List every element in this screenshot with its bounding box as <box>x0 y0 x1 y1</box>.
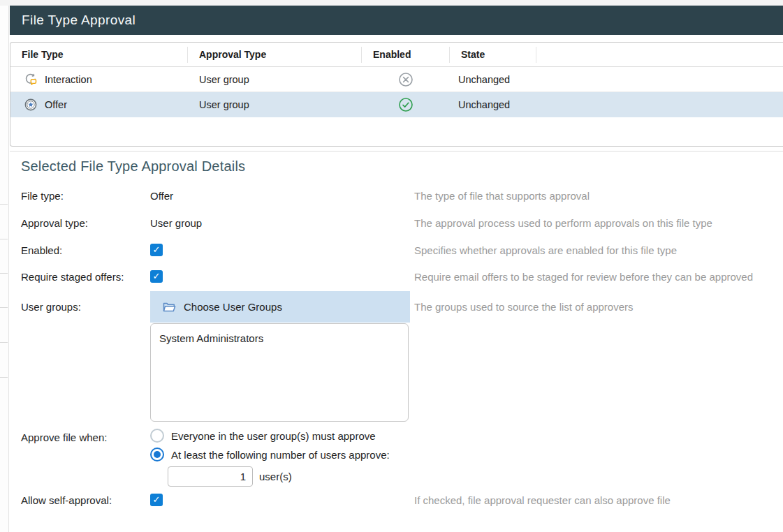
interaction-icon <box>24 73 37 86</box>
radio-option-everyone[interactable]: Everyone in the user group(s) must appro… <box>150 429 783 443</box>
radio-label-everyone: Everyone in the user group(s) must appro… <box>171 430 376 442</box>
enabled-checkbox[interactable]: ✓ <box>150 244 163 256</box>
form-row-require-staged-offers: Require staged offers: ✓ Require email o… <box>10 269 783 284</box>
page-title: File Type Approval <box>22 13 136 28</box>
details-form: File type: Offer The type of file that s… <box>10 189 783 508</box>
approver-count-line: user(s) <box>168 466 783 487</box>
left-edge-line <box>0 239 8 239</box>
form-row-allow-self-approval: Allow self-approval: ✓ If checked, file … <box>10 493 783 508</box>
file-type-approval-table: File Type Approval Type Enabled State In… <box>10 42 783 147</box>
left-edge-panel <box>0 6 9 532</box>
left-edge-line <box>0 377 8 378</box>
column-header-enabled: Enabled <box>362 47 450 63</box>
form-row-approve-file-when: Approve file when: Everyone in the user … <box>10 429 783 487</box>
table-row[interactable]: Interaction User group Unchanged <box>10 67 783 92</box>
left-edge-line <box>0 204 8 205</box>
file-type-name: Interaction <box>45 74 92 85</box>
file-type-cell: Offer <box>10 98 188 111</box>
approver-count-unit: user(s) <box>259 471 292 482</box>
file-type-name: Offer <box>45 99 67 110</box>
details-section-title: Selected File Type Approval Details <box>21 158 783 175</box>
main-panel: File Type Approval File Type Approval Ty… <box>10 6 783 508</box>
require-staged-offers-label: Require staged offers: <box>21 269 150 284</box>
enabled-cell <box>362 72 450 87</box>
file-type-value: Offer <box>150 189 414 203</box>
enabled-description: Specifies whether approvals are enabled … <box>414 243 783 258</box>
state-cell: Unchanged <box>450 74 536 85</box>
table-header-row: File Type Approval Type Enabled State <box>10 43 783 67</box>
folder-open-icon <box>163 302 176 313</box>
page-header: File Type Approval <box>10 6 783 35</box>
left-edge-line <box>0 342 8 343</box>
form-row-approval-type: Approval type: User group The approval p… <box>10 216 783 230</box>
radio-label-at-least: At least the following number of users a… <box>171 449 390 461</box>
allow-self-approval-label: Allow self-approval: <box>21 493 150 508</box>
approval-type-cell: User group <box>188 99 362 110</box>
user-groups-list[interactable]: System Administrators <box>150 323 409 422</box>
list-item[interactable]: System Administrators <box>159 332 408 344</box>
require-staged-offers-description: Require email offers to be staged for re… <box>414 269 783 284</box>
form-row-file-type: File type: Offer The type of file that s… <box>10 189 783 203</box>
approve-file-when-label: Approve file when: <box>21 429 150 445</box>
allow-self-approval-description: If checked, file approval requester can … <box>414 493 783 508</box>
radio-button-everyone[interactable] <box>150 429 164 443</box>
column-header-approval-type: Approval Type <box>188 47 362 63</box>
approval-type-cell: User group <box>188 74 362 85</box>
enabled-label: Enabled: <box>21 243 150 258</box>
table-empty-area <box>10 117 783 146</box>
approval-type-value: User group <box>150 216 414 230</box>
file-type-description: The type of file that supports approval <box>414 189 783 203</box>
offer-icon <box>24 98 37 111</box>
disabled-x-icon <box>398 72 414 87</box>
file-type-cell: Interaction <box>10 73 188 86</box>
section-divider <box>10 151 783 152</box>
choose-user-groups-label: Choose User Groups <box>184 301 282 313</box>
choose-user-groups-button[interactable]: Choose User Groups <box>150 291 410 323</box>
radio-button-at-least[interactable] <box>150 448 164 461</box>
left-edge-line <box>0 273 8 274</box>
radio-option-at-least[interactable]: At least the following number of users a… <box>150 448 783 461</box>
user-groups-description: The groups used to source the list of ap… <box>414 291 783 314</box>
column-header-state: State <box>450 47 536 63</box>
enabled-cell <box>362 97 450 112</box>
state-cell: Unchanged <box>450 99 536 110</box>
column-header-filler <box>536 47 783 63</box>
allow-self-approval-checkbox[interactable]: ✓ <box>150 494 163 506</box>
approval-type-description: The approval process used to perform app… <box>414 216 783 230</box>
user-groups-label: User groups: <box>21 291 150 314</box>
table-row[interactable]: Offer User group Unchanged <box>10 92 783 117</box>
form-row-enabled: Enabled: ✓ Specifies whether approvals a… <box>10 243 783 258</box>
form-row-user-groups: User groups: Choose User Groups System A… <box>10 291 783 422</box>
enabled-check-icon <box>398 97 414 112</box>
require-staged-offers-checkbox[interactable]: ✓ <box>150 270 163 283</box>
column-header-file-type: File Type <box>10 47 188 63</box>
approver-count-input[interactable] <box>168 466 253 487</box>
top-strip <box>0 0 783 6</box>
file-type-label: File type: <box>21 189 150 203</box>
left-edge-line <box>0 307 8 308</box>
approval-type-label: Approval type: <box>21 216 150 230</box>
